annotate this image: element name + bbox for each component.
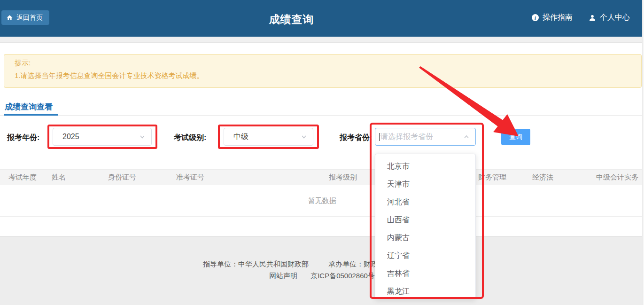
empty-data-text: 暂无数据 [308,196,336,205]
notice-line: 1.请选择当年报考信息查询全国会计专业技术资格考试成绩。 [15,71,631,80]
province-option-jilin[interactable]: 吉林省 [375,265,475,282]
tab-score-query-view[interactable]: 成绩查询查看 [5,102,53,112]
topbar-links: i 操作指南 个人中心 [532,13,630,23]
province-option-tianjin[interactable]: 天津市 [375,175,475,193]
province-select-placeholder: 请选择报考省份 [380,132,463,142]
province-option-heilongjiang[interactable]: 黑龙江 [375,282,475,299]
province-option-hebei[interactable]: 河北省 [375,193,475,211]
col-name: 姓名 [43,173,100,182]
table-header-row: 考试年度 姓名 身份证号 准考证号 报考级别 财务管理 经济法 中级会计实务 [0,169,644,185]
query-button[interactable]: 查询 [501,129,530,145]
level-select[interactable]: 中级 [224,128,313,146]
province-dropdown-panel: 北京市 天津市 河北省 山西省 内蒙古 辽宁省 吉林省 黑龙江 [375,154,476,299]
level-label: 考试级别: [174,133,206,143]
chevron-down-icon [301,133,307,140]
active-tab-underline [4,114,58,116]
guide-link[interactable]: i 操作指南 [532,13,573,23]
col-exam-year: 考试年度 [0,173,43,182]
user-icon [589,14,596,22]
footer-legal-line: 网站声明京ICP备05002860号 [0,272,644,281]
province-select[interactable]: 请选择报考省份 [375,128,476,146]
province-option-beijing[interactable]: 北京市 [375,157,475,175]
page-footer: 指导单位：中华人民共和国财政部承办单位：财政部会计财务评价中心 网站声明京ICP… [0,236,644,305]
text-caret [379,133,380,141]
guide-label: 操作指南 [543,13,573,23]
top-bar: 返回首页 成绩查询 i 操作指南 个人中心 [0,0,644,37]
table-empty-row: 暂无数据 [0,185,644,217]
notice-title: 提示: [15,59,631,68]
province-option-shanxi[interactable]: 山西省 [375,211,475,229]
level-select-value: 中级 [233,132,301,142]
col-economic-law: 经济法 [524,173,588,182]
chevron-up-icon [463,133,470,140]
site-statement-link[interactable]: 网站声明 [269,272,297,280]
personal-center-label: 个人中心 [600,13,630,23]
col-admission-ticket: 准考证号 [168,173,320,182]
header-substrip [0,37,644,43]
tab-divider-line [0,115,644,116]
year-select[interactable]: 2025 [53,128,152,146]
col-intermediate-accounting: 中级会计实务 [588,173,638,182]
chevron-down-icon [139,133,146,140]
footer-units-line: 指导单位：中华人民共和国财政部承办单位：财政部会计财务评价中心 [0,260,644,269]
score-query-page: 返回首页 成绩查询 i 操作指南 个人中心 提示: 1.请选择当年报考信息查询全… [0,0,644,305]
info-icon: i [532,14,539,21]
year-select-value: 2025 [62,133,139,141]
notice-box: 提示: 1.请选择当年报考信息查询全国会计专业技术资格考试成绩。 [4,54,642,88]
province-option-liaoning[interactable]: 辽宁省 [375,247,475,265]
scrollbar[interactable] [642,0,644,305]
province-label: 报考省份: [340,133,372,143]
icp-number: 京ICP备05002860号 [310,272,375,280]
col-id-number: 身份证号 [100,173,168,182]
year-label: 报考年份: [7,133,39,143]
guide-unit-text: 指导单位：中华人民共和国财政部 [203,260,309,268]
personal-center-link[interactable]: 个人中心 [589,13,630,23]
col-financial-management: 财务管理 [470,173,524,182]
province-option-neimenggu[interactable]: 内蒙古 [375,229,475,247]
page-title: 成绩查询 [0,12,583,27]
